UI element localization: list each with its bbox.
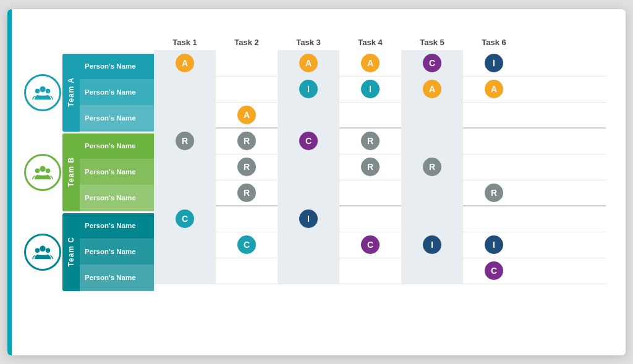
data-cell-t3-r2-c2: C (216, 232, 278, 258)
svg-point-4 (35, 168, 40, 173)
raci-badge-R: R (485, 184, 503, 202)
raci-badge-C: C (423, 54, 441, 72)
data-cell-t3-r3-c4 (339, 258, 401, 284)
team-icon-2 (24, 154, 61, 191)
team-label-text-3: Team C (67, 237, 75, 266)
raci-badge-C: C (485, 261, 503, 280)
data-rows: AAACIIIAAARRCRRRRRRCICCIIC (154, 51, 606, 284)
data-cell-t1-r3-c4 (339, 102, 401, 128)
person-name-t2-p1: Person's Name (80, 133, 154, 159)
data-cell-t3-r2-c3 (278, 232, 339, 258)
team-label-text-1: Team A (67, 77, 75, 107)
data-cell-t2-r2-c3 (278, 154, 339, 180)
data-cell-t1-r1-c1: A (154, 50, 216, 76)
task-header-4: Task 4 (339, 38, 401, 51)
data-row-t1-r2: IIAA (154, 77, 606, 103)
team-names-col-3: Person's NamePerson's NamePerson's Name (80, 213, 154, 291)
data-cell-t1-r2-c3: I (278, 76, 339, 102)
raci-badge-I: I (299, 80, 318, 98)
main-table: Team APerson's NamePerson's NamePerson's… (24, 38, 606, 293)
task-header-5: Task 5 (401, 38, 463, 51)
data-cell-t3-r1-c2 (216, 206, 278, 232)
data-cell-t1-r2-c2 (216, 76, 278, 102)
data-row-t3-r1: CI (154, 206, 606, 232)
raci-badge-A: A (237, 106, 256, 124)
raci-badge-A: A (423, 80, 441, 98)
svg-point-7 (35, 248, 40, 253)
raci-badge-I: I (423, 235, 441, 254)
svg-point-3 (40, 166, 45, 171)
data-cell-t3-r1-c1: C (154, 206, 216, 232)
team-label-bar-1: Team A (62, 54, 80, 132)
data-cell-t3-r1-c5 (401, 206, 463, 232)
data-row-t1-r1: AAACI (154, 51, 606, 77)
data-cell-t1-r3-c5 (401, 102, 463, 128)
data-cell-t3-r3-c6: C (463, 258, 525, 284)
person-name-t3-p1: Person's Name (80, 213, 154, 239)
team-label-text-2: Team B (67, 157, 75, 187)
data-cell-t2-r2-c2: R (216, 154, 278, 180)
data-cell-t2-r2-c4: R (339, 154, 401, 180)
svg-point-6 (40, 245, 45, 251)
data-cell-t1-r2-c4: I (339, 76, 401, 102)
raci-badge-C: C (176, 210, 194, 228)
data-row-t1-r3: A (154, 103, 606, 129)
raci-badge-R: R (237, 132, 256, 150)
raci-badge-I: I (485, 235, 503, 254)
data-cell-t3-r1-c3: I (278, 206, 339, 232)
data-cell-t3-r1-c4 (339, 206, 401, 232)
person-name-t2-p2: Person's Name (80, 159, 154, 185)
data-row-t3-r3: C (154, 258, 606, 284)
raci-badge-I: I (485, 54, 503, 72)
team-label-bar-3: Team C (62, 213, 80, 291)
svg-point-1 (35, 88, 40, 93)
data-cell-t3-r3-c3 (278, 258, 339, 284)
data-cell-t2-r3-c1 (154, 180, 216, 206)
data-cell-t2-r1-c2: R (216, 128, 278, 154)
raci-badge-R: R (423, 158, 441, 176)
raci-badge-C: C (299, 132, 318, 150)
data-cell-t3-r2-c4: C (339, 232, 401, 258)
person-name-t1-p3: Person's Name (80, 106, 154, 132)
data-cell-t2-r2-c1 (154, 154, 216, 180)
data-cell-t2-r2-c5: R (401, 154, 463, 180)
slide: Team APerson's NamePerson's NamePerson's… (7, 9, 626, 355)
grid-area: Task 1Task 2Task 3Task 4Task 5Task 6 AAA… (154, 38, 606, 284)
person-name-t3-p2: Person's Name (80, 239, 154, 265)
team-section-3: Team CPerson's NamePerson's NamePerson's… (24, 213, 154, 291)
data-cell-t2-r1-c6 (463, 128, 525, 154)
data-cell-t3-r3-c2 (216, 258, 278, 284)
team-names-col-2: Person's NamePerson's NamePerson's Name (80, 133, 154, 211)
raci-badge-R: R (237, 184, 256, 202)
data-cell-t1-r3-c2: A (216, 102, 278, 128)
data-cell-t2-r3-c3 (278, 180, 339, 206)
person-name-t1-p1: Person's Name (80, 54, 154, 80)
data-cell-t1-r3-c6 (463, 102, 525, 128)
person-name-t2-p3: Person's Name (80, 185, 154, 211)
data-cell-t1-r3-c1 (154, 102, 216, 128)
task-header-2: Task 2 (216, 38, 278, 51)
data-cell-t2-r1-c1: R (154, 128, 216, 154)
data-cell-t3-r2-c5: I (401, 232, 463, 258)
data-cell-t1-r1-c2 (216, 50, 278, 76)
team-section-2: Team BPerson's NamePerson's NamePerson's… (24, 133, 154, 211)
svg-point-0 (40, 86, 45, 91)
data-cell-t1-r2-c5: A (401, 76, 463, 102)
data-row-t2-r2: RRR (154, 154, 606, 180)
data-row-t2-r1: RRCR (154, 129, 606, 154)
data-cell-t1-r1-c6: I (463, 50, 525, 76)
raci-badge-R: R (237, 158, 256, 176)
data-cell-t3-r3-c5 (401, 258, 463, 284)
data-row-t2-r3: RR (154, 180, 606, 206)
data-cell-t3-r1-c6 (463, 206, 525, 232)
task-header-1: Task 1 (154, 38, 216, 51)
data-cell-t2-r3-c2: R (216, 180, 278, 206)
svg-point-8 (46, 248, 51, 253)
team-section-1: Team APerson's NamePerson's NamePerson's… (24, 54, 154, 132)
raci-badge-C: C (361, 235, 380, 254)
data-cell-t3-r3-c1 (154, 258, 216, 284)
data-cell-t2-r1-c5 (401, 128, 463, 154)
raci-badge-R: R (361, 132, 380, 150)
raci-badge-A: A (485, 80, 503, 98)
data-cell-t3-r2-c6: I (463, 232, 525, 258)
